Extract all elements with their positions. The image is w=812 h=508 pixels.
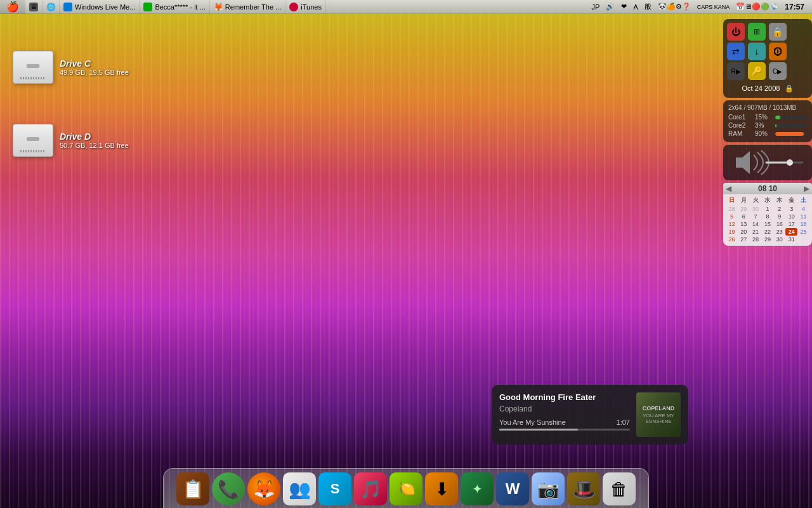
- notify-album-art: COPELAND YOU ARE MY SUNSHINE: [636, 392, 681, 437]
- calendar-day[interactable]: 13: [738, 220, 750, 228]
- calendar-day[interactable]: 12: [726, 220, 738, 228]
- dock-item-trash[interactable]: 🗑: [603, 472, 636, 505]
- status-jp: JP: [589, 0, 603, 14]
- calendar-day[interactable]: 9: [773, 213, 785, 220]
- widget-date: Oct 24 2008 🔒: [727, 82, 808, 94]
- calendar-day[interactable]: 14: [750, 220, 762, 228]
- svg-point-3: [787, 159, 793, 166]
- calendar-day[interactable]: 19: [726, 228, 738, 236]
- calendar-day[interactable]: 4: [797, 205, 809, 213]
- dock-item-bittorrent[interactable]: ⬇: [425, 472, 458, 505]
- tab-becca[interactable]: Becca***** - it ...: [140, 0, 209, 14]
- tab-remember[interactable]: 🦊 Remember The ...: [210, 0, 285, 14]
- notify-song: You Are My Sunshine: [499, 418, 566, 426]
- clock: 17:57: [782, 0, 807, 14]
- dock-item-contacts[interactable]: 👥: [283, 472, 316, 505]
- notify-album-title: Good Morning Fire Eater: [499, 392, 630, 402]
- calendar-day[interactable]: 29: [738, 205, 750, 213]
- drive-d-label: Drive D 50.7 GB, 12.1 GB free: [60, 131, 129, 149]
- calendar-day[interactable]: 21: [750, 228, 762, 236]
- calendar-day[interactable]: 26: [726, 236, 738, 243]
- calendar-day: [797, 236, 809, 243]
- dock-item-word[interactable]: W: [496, 472, 529, 505]
- status-misc: 📅🖥🔴🟢📡: [733, 0, 781, 14]
- shutdown-button[interactable]: ⏼: [769, 43, 787, 60]
- calendar-day[interactable]: 31: [785, 236, 797, 243]
- tab-itunes[interactable]: iTunes: [285, 0, 326, 14]
- calendar-day[interactable]: 6: [738, 213, 750, 220]
- drive-c-icon: [13, 51, 53, 84]
- calendar-day[interactable]: 30: [750, 205, 762, 213]
- apple-menu-button[interactable]: 🍎: [0, 0, 25, 14]
- widget-volume[interactable]: [723, 145, 812, 180]
- dock: 📋 📞 🦊 👥 S 🎵 🍋 ⬇ ✦ W 📷 🎩 🗑: [163, 468, 649, 508]
- drive-d-icon: [13, 124, 53, 157]
- cal-prev-button[interactable]: ◀: [726, 184, 731, 193]
- calendar-day[interactable]: 30: [773, 236, 785, 243]
- tab-ie[interactable]: 🌐: [43, 0, 60, 14]
- calendar-day[interactable]: 7: [750, 213, 762, 220]
- right-panel: ⏻ ⊞ 🔒 ⇄ ↓ ⏼ R▶ 🔑 C▶ Oct 24 2008 🔒 2x64 /…: [723, 19, 812, 246]
- dock-item-itunes[interactable]: 🎵: [354, 472, 387, 505]
- calendar-day[interactable]: 16: [773, 220, 785, 228]
- notify-progress-bar: [499, 429, 630, 431]
- calendar-day[interactable]: 18: [797, 220, 809, 228]
- svg-marker-0: [736, 151, 750, 174]
- dock-item-firefox[interactable]: 🦊: [247, 472, 280, 505]
- widget-quickbuttons: ⏻ ⊞ 🔒 ⇄ ↓ ⏼ R▶ 🔑 C▶ Oct 24 2008 🔒: [723, 19, 812, 98]
- dock-item-todo[interactable]: 📋: [176, 472, 209, 505]
- key-button[interactable]: 🔑: [748, 62, 766, 80]
- tab-finder[interactable]: 🖥: [25, 0, 43, 14]
- notify-artist: Copeland: [499, 404, 630, 413]
- dock-item-limewire[interactable]: 🍋: [390, 472, 422, 505]
- power-button[interactable]: ⏻: [727, 23, 745, 41]
- calendar-day[interactable]: 10: [785, 213, 797, 220]
- dock-item-iphoto[interactable]: 📷: [532, 472, 565, 505]
- itunes-notification: Good Morning Fire Eater Copeland You Are…: [492, 385, 688, 444]
- calendar-day[interactable]: 27: [738, 236, 750, 243]
- down-button[interactable]: ↓: [748, 43, 766, 60]
- calendar-day[interactable]: 5: [726, 213, 738, 220]
- calendar-day[interactable]: 3: [785, 205, 797, 213]
- cal-next-button[interactable]: ▶: [804, 184, 809, 193]
- menubar: 🍎 🖥 🌐 Windows Live Me... Becca***** - it…: [0, 0, 812, 14]
- drive-c-label: Drive C 49.9 GB, 19.5 GB free: [60, 58, 129, 76]
- refresh-button[interactable]: ⇄: [727, 43, 745, 60]
- status-heart: ❤: [619, 0, 629, 14]
- status-vol: 🔊: [603, 0, 617, 14]
- calendar-day[interactable]: 11: [797, 213, 809, 220]
- widget-cpu: 2x64 / 907MB / 1013MB Core1 15% Core2 3%…: [723, 100, 812, 142]
- calendar-day[interactable]: 17: [785, 220, 797, 228]
- calendar-day[interactable]: 20: [738, 228, 750, 236]
- calendar-day[interactable]: 23: [773, 228, 785, 236]
- calendar-day[interactable]: 22: [762, 228, 774, 236]
- calendar-day[interactable]: 29: [762, 236, 774, 243]
- r-button[interactable]: R▶: [727, 62, 745, 80]
- dock-item-vector[interactable]: ✦: [461, 472, 494, 505]
- calendar-day[interactable]: 2: [773, 205, 785, 213]
- calendar-day[interactable]: 24: [785, 228, 797, 236]
- drive-c[interactable]: Drive C 49.9 GB, 19.5 GB free: [13, 51, 129, 84]
- status-caps: CAPS KANA: [695, 0, 733, 14]
- calendar-day[interactable]: 8: [762, 213, 774, 220]
- notify-time: 1:07: [617, 418, 630, 426]
- dock-item-skype[interactable]: S: [318, 472, 351, 505]
- lock-button[interactable]: 🔒: [769, 23, 787, 41]
- calendar-day[interactable]: 25: [797, 228, 809, 236]
- calendar-day[interactable]: 28: [726, 205, 738, 213]
- status-kanji: 般: [642, 0, 654, 14]
- copy-button[interactable]: C▶: [769, 62, 787, 80]
- drive-d[interactable]: Drive D 50.7 GB, 12.1 GB free: [13, 124, 129, 157]
- dock-item-hat[interactable]: 🎩: [567, 472, 600, 505]
- grid-button[interactable]: ⊞: [748, 23, 766, 41]
- status-a: A: [631, 0, 640, 14]
- status-icons: 🐼🍊⚙❓: [655, 0, 693, 14]
- calendar-day[interactable]: 15: [762, 220, 774, 228]
- calendar-day[interactable]: 28: [750, 236, 762, 243]
- widget-calendar: ◀ 08 10 ▶ 日月火水木金土 2829301234567891011121…: [723, 183, 812, 246]
- calendar-grid: 日月火水木金土 28293012345678910111213141516171…: [726, 196, 809, 243]
- dock-item-phone[interactable]: 📞: [212, 472, 245, 505]
- calendar-day[interactable]: 1: [762, 205, 774, 213]
- tab-windows-live[interactable]: Windows Live Me...: [60, 0, 140, 14]
